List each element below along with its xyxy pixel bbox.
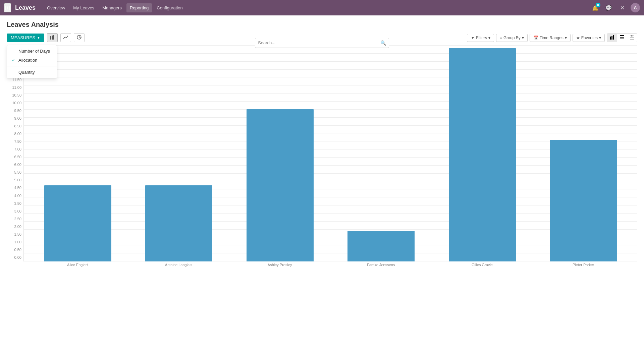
nav-menu: Overview My Leaves Managers Reporting Co…: [44, 3, 590, 12]
calendar-icon: 📅: [533, 36, 538, 40]
close-button[interactable]: ✕: [617, 3, 627, 13]
chart-area: 0.000.501.001.502.002.503.003.504.004.50…: [7, 46, 637, 267]
bar-group[interactable]: [334, 48, 429, 261]
nav-reporting[interactable]: Reporting: [126, 3, 152, 12]
search-button[interactable]: 🔍: [378, 40, 389, 46]
dropdown-item-allocation[interactable]: ✓ Allocation: [7, 56, 57, 65]
y-axis-label: 10.50: [7, 94, 23, 97]
nav-managers[interactable]: Managers: [99, 3, 125, 12]
y-axis-label: 6.00: [7, 163, 23, 167]
bar-group[interactable]: [233, 48, 327, 261]
y-axis-label: 4.50: [7, 186, 23, 190]
y-axis-label: 7.00: [7, 147, 23, 151]
chart-bar[interactable]: [347, 231, 415, 261]
x-axis-label: Antoine Langlais: [131, 263, 226, 267]
y-axis-label: 8.00: [7, 132, 23, 136]
grid-menu-icon[interactable]: ⊞: [4, 3, 11, 12]
favorites-button[interactable]: ★ Favorites ▾: [573, 34, 605, 42]
svg-rect-2: [53, 35, 54, 40]
app-brand: Leaves: [15, 4, 36, 11]
pie-chart-button[interactable]: [74, 33, 85, 42]
svg-rect-8: [613, 35, 614, 40]
svg-rect-15: [633, 35, 633, 37]
view-list-button[interactable]: [617, 34, 627, 42]
search-input[interactable]: [255, 40, 378, 45]
svg-rect-10: [620, 37, 624, 38]
nav-myleaves[interactable]: My Leaves: [70, 3, 98, 12]
filters-button[interactable]: ▼ Filters ▾: [467, 34, 494, 42]
view-calendar-button[interactable]: [627, 34, 637, 42]
x-axis-label: Famke Jenssens: [334, 263, 428, 267]
view-bar-button[interactable]: [607, 34, 617, 42]
view-toggle-group: [607, 34, 637, 42]
group-by-button[interactable]: ≡ Group By ▾: [496, 34, 528, 42]
bar-chart-button[interactable]: [47, 33, 58, 42]
y-axis-label: 0.50: [7, 248, 23, 252]
time-arrow: ▾: [565, 36, 567, 40]
y-axis-label: 9.50: [7, 109, 23, 113]
y-axis-label: 3.50: [7, 202, 23, 205]
top-navigation: ⊞ Leaves Overview My Leaves Managers Rep…: [0, 0, 644, 15]
svg-rect-7: [611, 36, 612, 40]
x-axis-label: Pieter Parker: [536, 263, 631, 267]
chart-bar[interactable]: [449, 48, 516, 261]
chart-bar[interactable]: [247, 109, 314, 261]
favorites-arrow: ▾: [599, 36, 601, 40]
svg-rect-6: [610, 37, 611, 40]
x-axis-label: Gilles Gravie: [435, 263, 530, 267]
line-chart-button[interactable]: [60, 33, 71, 42]
y-axis-label: 11.00: [7, 86, 23, 89]
y-axis-label: 2.50: [7, 217, 23, 221]
bar-group[interactable]: [132, 48, 226, 261]
svg-rect-11: [620, 39, 624, 39]
bars-container: [24, 46, 637, 261]
x-labels: Alice EnglertAntoine LanglaisAshley Pres…: [23, 261, 637, 267]
y-axis-label: 0.00: [7, 256, 23, 259]
chart-grid: [23, 46, 637, 261]
dropdown-item-quantity[interactable]: Quantity: [7, 68, 57, 77]
groupby-icon: ≡: [500, 36, 502, 40]
bar-group[interactable]: [31, 48, 125, 261]
y-axis-label: 4.00: [7, 194, 23, 198]
bar-group[interactable]: [536, 48, 631, 261]
filter-icon: ▼: [471, 36, 475, 40]
toolbar-left: MEASURES ▼ Number of Days ✓ Allocation: [7, 33, 85, 42]
y-axis-label: 2.00: [7, 225, 23, 229]
dropdown-item-num-days[interactable]: Number of Days: [7, 47, 57, 56]
nav-configuration[interactable]: Configuration: [153, 3, 186, 12]
messages-button[interactable]: 💬: [604, 3, 614, 13]
y-axis-label: 1.50: [7, 233, 23, 236]
y-axis-label: 1.00: [7, 240, 23, 244]
main-content: Leaves Analysis MEASURES ▼ Number of Day…: [0, 15, 644, 362]
y-axis-label: 6.50: [7, 155, 23, 159]
notifications-button[interactable]: 🔔 8: [590, 3, 600, 13]
y-axis-label: 7.50: [7, 140, 23, 143]
svg-rect-1: [52, 36, 53, 40]
time-ranges-button[interactable]: 📅 Time Ranges ▾: [530, 34, 571, 42]
bar-group[interactable]: [435, 48, 530, 261]
y-axis-label: 10.00: [7, 101, 23, 105]
notification-badge: 8: [596, 3, 600, 7]
measures-dropdown-menu: Number of Days ✓ Allocation Quantity: [7, 45, 57, 78]
svg-rect-0: [50, 36, 51, 40]
chart-bar[interactable]: [145, 185, 212, 261]
star-icon: ★: [576, 36, 580, 40]
toolbar-right: ▼ Filters ▾ ≡ Group By ▾ 📅 Time Ranges ▾…: [467, 34, 637, 42]
y-axis-label: 5.50: [7, 171, 23, 174]
y-axis-label: 3.00: [7, 209, 23, 213]
nav-overview[interactable]: Overview: [44, 3, 68, 12]
groupby-arrow: ▾: [522, 36, 524, 40]
filters-arrow: ▾: [488, 36, 490, 40]
x-axis-label: Alice Englert: [30, 263, 125, 267]
user-avatar[interactable]: A: [631, 3, 640, 12]
chart-bar[interactable]: [550, 140, 617, 261]
y-axis-label: 8.50: [7, 124, 23, 128]
svg-rect-14: [631, 35, 632, 37]
measures-dropdown-arrow: ▼: [37, 36, 40, 40]
y-axis: 0.000.501.001.502.002.503.003.504.004.50…: [7, 46, 23, 267]
svg-rect-9: [620, 35, 624, 36]
chart-bar[interactable]: [44, 185, 111, 261]
measures-dropdown-button[interactable]: MEASURES ▼: [7, 34, 44, 42]
topnav-right-icons: 🔔 8 💬 ✕ A: [590, 3, 640, 13]
page-title: Leaves Analysis: [7, 21, 637, 28]
